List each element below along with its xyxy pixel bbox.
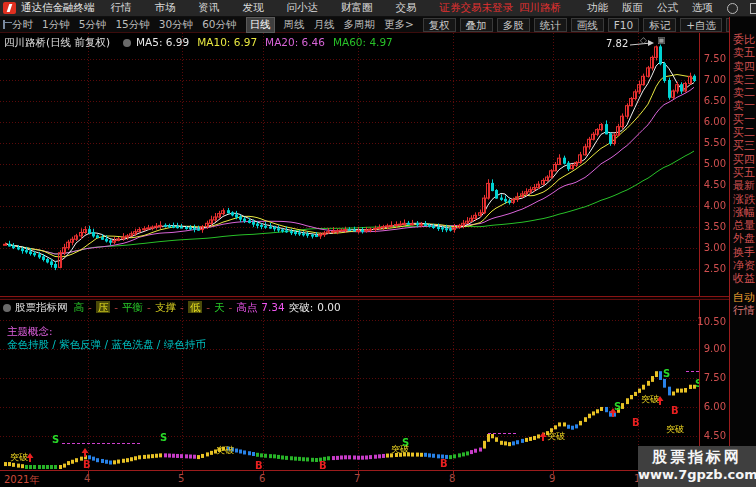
indicator-legend-part-3: 压 (96, 301, 111, 313)
clock-icon[interactable] (727, 3, 738, 14)
sidebar-item-5[interactable]: 卖二 (730, 86, 756, 99)
x-axis-tick (88, 471, 89, 474)
x-axis-tick (182, 471, 183, 474)
chart-title[interactable]: 四川路桥(日线 前复权) (4, 36, 110, 48)
toolbar-button-5[interactable]: 画线 (571, 18, 604, 32)
ma-label-4: MA60: 4.97 (333, 36, 393, 48)
tdx-logo-icon[interactable] (3, 2, 16, 14)
menu-item-4[interactable]: 发现 (243, 1, 264, 15)
menu-right-item-3[interactable]: 公式 (657, 1, 678, 15)
indicator-legend-part-1: 高 (74, 301, 85, 313)
period-tab-5[interactable]: 30分钟 (159, 18, 193, 32)
indicator-legend: 高-压-平衡-支撑-低-天-高点7.34突破:0.00 (74, 301, 345, 313)
sidebar-item-4[interactable]: 卖三 (730, 73, 756, 86)
ma-label-2: MA10: 6.97 (197, 36, 257, 48)
menu-right-item-2[interactable]: 版面 (622, 1, 643, 15)
menu-item-6[interactable]: 财富圈 (341, 1, 373, 15)
period-tab-9[interactable]: 月线 (314, 18, 335, 32)
concepts-block: 主题概念: 金色持股 / 紫色反弹 / 蓝色洗盘 / 绿色持币 (7, 325, 206, 351)
watermark: 股票指标网 www.7gpzb.com (638, 446, 756, 487)
sidebar-tab-2[interactable]: 行情 (730, 304, 756, 317)
secondary-menu: 功能版面公式选项 (587, 1, 727, 15)
ma-label-1: MA5: 6.99 (136, 36, 189, 48)
period-tab-11[interactable]: 更多> (384, 18, 414, 32)
main-axis-tick: 3.00 (704, 242, 726, 253)
menu-item-5[interactable]: 问小达 (287, 1, 319, 15)
sidebar-item-16[interactable]: 外盘 (730, 232, 756, 245)
toolbar-button-7[interactable]: 标记 (643, 18, 676, 32)
menu-right-item-1[interactable]: 功能 (587, 1, 608, 15)
indicator-dot-icon[interactable] (123, 39, 131, 47)
menubar: 通达信金融终端 行情市场资讯发现问小达财富圈交易 证券交易未登录 四川路桥 功能… (0, 0, 756, 17)
main-axis-tick: 3.50 (704, 221, 726, 232)
window-layout-icon[interactable] (3, 20, 5, 29)
main-candlestick-chart[interactable] (0, 33, 700, 296)
sidebar-item-6[interactable]: 卖一 (730, 99, 756, 112)
sidebar-item-13[interactable]: 涨跌 (730, 193, 756, 206)
login-status[interactable]: 证券交易未登录 (440, 1, 514, 15)
peak-price-annotation: 7.82 (606, 38, 628, 49)
menu-item-3[interactable]: 资讯 (199, 1, 220, 15)
current-stock-name[interactable]: 四川路桥 (519, 1, 561, 15)
period-tab-10[interactable]: 多周期 (344, 18, 376, 32)
period-tab-8[interactable]: 周线 (284, 18, 305, 32)
watermark-url: www.7gpzb.com (638, 467, 756, 482)
sidebar-item-3[interactable]: 卖四 (730, 60, 756, 73)
period-tab-1[interactable]: 分时 (12, 18, 33, 32)
menu-item-7[interactable]: 交易 (396, 1, 417, 15)
toolbar-button-4[interactable]: 统计 (534, 18, 567, 32)
period-tab-3[interactable]: 5分钟 (79, 18, 107, 32)
main-axis-tick: 4.00 (704, 200, 726, 211)
sidebar-item-18[interactable]: 净资 (730, 259, 756, 272)
x-axis-tick (553, 471, 554, 474)
toolbar-button-2[interactable]: 叠加 (460, 18, 493, 32)
menu-item-1[interactable]: 行情 (111, 1, 132, 15)
x-axis-label: 5 (178, 473, 184, 484)
indicator-source-icon[interactable] (3, 304, 11, 312)
sidebar-item-8[interactable]: 买二 (730, 126, 756, 139)
sidebar-item-17[interactable]: 换手 (730, 246, 756, 259)
toolbar-button-8[interactable]: +自选 (680, 18, 722, 32)
toolbar-button-3[interactable]: 多股 (497, 18, 530, 32)
toolbar-button-1[interactable]: 复权 (423, 18, 456, 32)
sidebar-item-11[interactable]: 买五 (730, 166, 756, 179)
phone-icon[interactable] (750, 3, 756, 14)
lower-axis-tick: 10.50 (697, 316, 726, 327)
sidebar-item-12[interactable]: 最新 (730, 179, 756, 192)
lower-axis-tick: 7.50 (704, 372, 726, 383)
main-axis-tick: 7.00 (704, 74, 726, 85)
period-toolbar: 分时1分钟5分钟15分钟30分钟60分钟日线周线月线多周期更多> 复权叠加多股统… (0, 17, 756, 33)
sidebar-item-19[interactable]: 收益 (730, 272, 756, 285)
menu-right-item-4[interactable]: 选项 (692, 1, 713, 15)
panel-splitter[interactable] (0, 296, 729, 300)
menu-item-2[interactable]: 市场 (155, 1, 176, 15)
x-axis-tick (453, 471, 454, 474)
menubar-right: 证券交易未登录 四川路桥 功能版面公式选项 游客 (440, 1, 756, 15)
x-axis-label: 7 (354, 473, 360, 484)
x-axis-label: 8 (449, 473, 455, 484)
watermark-title: 股票指标网 (638, 448, 756, 467)
sidebar-item-15[interactable]: 总量 (730, 219, 756, 232)
period-tab-4[interactable]: 15分钟 (115, 18, 149, 32)
indicator-source[interactable]: 股票指标网 (15, 301, 68, 313)
sidebar-item-10[interactable]: 买四 (730, 153, 756, 166)
sidebar-item-7[interactable]: 买一 (730, 113, 756, 126)
period-tab-7[interactable]: 日线 (246, 17, 275, 33)
indicator-legend-part-12: - (228, 301, 232, 313)
main-axis-tick: 5.00 (704, 158, 726, 169)
period-tab-2[interactable]: 1分钟 (42, 18, 70, 32)
indicator-legend-part-14: 7.34 (261, 301, 284, 313)
toolbar-button-6[interactable]: F10 (608, 18, 639, 32)
chart-corner-icons[interactable]: ◇▣ (640, 35, 675, 45)
sidebar-item-9[interactable]: 买三 (730, 139, 756, 152)
indicator-legend-part-11: 天 (214, 301, 225, 313)
x-axis-tick (263, 471, 264, 474)
sidebar-tab-1[interactable]: 自动 (730, 291, 756, 304)
period-tabs: 分时1分钟5分钟15分钟30分钟60分钟日线周线月线多周期更多> (12, 17, 423, 33)
sidebar-item-14[interactable]: 涨幅 (730, 206, 756, 219)
sidebar-item-2[interactable]: 卖五 (730, 46, 756, 59)
period-tab-6[interactable]: 60分钟 (202, 18, 236, 32)
sidebar-item-1[interactable]: 委比 (730, 33, 756, 46)
x-axis-label: 2021年 (4, 473, 39, 487)
main-axis-tick: 4.50 (704, 179, 726, 190)
